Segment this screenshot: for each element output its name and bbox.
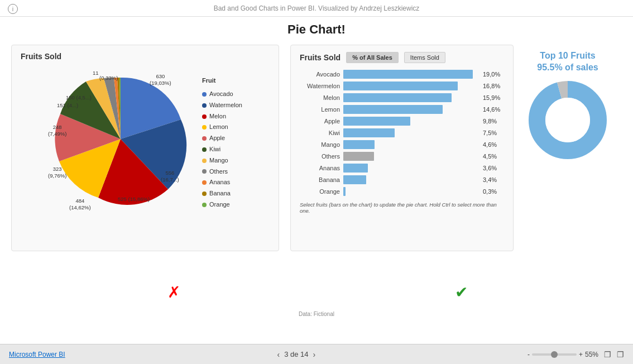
bar-fill-lemon — [343, 105, 443, 114]
bar-row-avocado[interactable]: Avocado 19,0% — [300, 70, 504, 79]
pie-chart-section: Fruits Sold — [11, 45, 279, 251]
legend-others: Others — [202, 166, 242, 178]
pie-legend: Fruit Avocado Watermelon Melon Lemon App… — [202, 75, 242, 210]
donut-hole — [545, 98, 590, 142]
bar-list: Avocado 19,0% Watermelon 16,8% Melon 15,… — [300, 70, 504, 196]
data-label: Data: Fictional — [299, 311, 334, 317]
legend-mango: Mango — [202, 155, 242, 166]
legend-dot-others — [202, 169, 207, 174]
bar-row-orange[interactable]: Orange 0,3% — [300, 187, 504, 196]
bar-chart-section: Fruits Sold % of All Sales Items Sold Av… — [290, 45, 514, 251]
legend-dot-ananas — [202, 180, 207, 185]
nav-prev-button[interactable]: ‹ — [277, 350, 280, 359]
zoom-slider[interactable] — [532, 353, 577, 356]
tab-items-sold[interactable]: Items Sold — [404, 52, 445, 63]
bar-fill-banana — [343, 175, 366, 184]
legend-dot-watermelon — [202, 103, 207, 108]
pie-chart-svg — [48, 66, 193, 212]
top10-title: Top 10 Fruits95.5% of sales — [537, 50, 598, 74]
legend-melon: Melon — [202, 111, 242, 122]
legend-dot-mango — [202, 159, 207, 163]
bar-chart-title: Fruits Sold — [300, 53, 341, 62]
bar-hint: Select fruits (bars on the chart) to upd… — [300, 202, 504, 214]
legend-ananas: Ananas — [202, 177, 242, 188]
nav-controls: ‹ 3 de 14 › — [277, 350, 315, 359]
bar-fill-avocado — [343, 70, 473, 79]
nav-next-button[interactable]: › — [313, 350, 316, 359]
pie-container: 630(19,03%) 556(16,7...) 525 (15,86%) 48… — [21, 66, 270, 214]
bar-row-kiwi[interactable]: Kiwi 7,5% — [300, 128, 504, 137]
bar-header: Fruits Sold % of All Sales Items Sold — [300, 52, 504, 63]
check-mark: ✔ — [455, 283, 468, 301]
wrong-mark: ✗ — [167, 283, 180, 301]
bar-row-melon[interactable]: Melon 15,9% — [300, 93, 504, 102]
legend-dot-lemon — [202, 125, 207, 130]
page-title: Pie Chart! — [11, 22, 622, 37]
legend-dot-melon — [202, 114, 207, 119]
legend-banana: Banana — [202, 188, 242, 199]
bar-row-watermelon[interactable]: Watermelon 16,8% — [300, 82, 504, 90]
legend-lemon: Lemon — [202, 122, 242, 133]
legend-avocado: Avocado — [202, 89, 242, 100]
bar-row-banana[interactable]: Banana 3,4% — [300, 175, 504, 184]
bar-row-others[interactable]: Others 4,5% — [300, 152, 504, 161]
bar-fill-watermelon — [343, 82, 458, 90]
legend-dot-banana — [202, 191, 207, 196]
status-bar: Microsoft Power BI ‹ 3 de 14 › - + 55% ❐… — [0, 344, 633, 364]
expand-icon[interactable]: ❐ — [604, 350, 611, 359]
legend-title: Fruit — [202, 75, 242, 87]
info-icon[interactable]: i — [8, 4, 18, 14]
bar-fill-kiwi — [343, 128, 395, 137]
bar-fill-apple — [343, 117, 410, 126]
bar-fill-melon — [343, 93, 452, 102]
subtitle: Bad and Good Charts in Power BI. Visuali… — [214, 4, 420, 12]
pie-chart-title: Fruits Sold — [21, 52, 270, 61]
fullscreen-icon[interactable]: ❐ — [617, 350, 624, 359]
bar-row-ananas[interactable]: Ananas 3,6% — [300, 164, 504, 173]
zoom-minus[interactable]: - — [528, 351, 530, 358]
tab-pct-all-sales[interactable]: % of All Sales — [346, 52, 399, 63]
bar-fill-ananas — [343, 164, 368, 173]
legend-dot-orange — [202, 203, 207, 207]
top10-section: Top 10 Fruits95.5% of sales — [520, 45, 615, 167]
charts-row: Fruits Sold — [11, 45, 622, 251]
bar-row-lemon[interactable]: Lemon 14,6% — [300, 105, 504, 114]
status-right: - + 55% ❐ ❐ — [528, 350, 624, 359]
legend-apple: Apple — [202, 133, 242, 144]
zoom-level: 55% — [585, 351, 598, 358]
legend-watermelon: Watermelon — [202, 100, 242, 111]
legend-dot-kiwi — [202, 147, 207, 152]
bar-fill-others — [343, 152, 374, 161]
bar-row-mango[interactable]: Mango 4,6% — [300, 140, 504, 149]
zoom-controls: - + 55% — [528, 351, 598, 358]
zoom-plus[interactable]: + — [579, 351, 583, 358]
bar-fill-mango — [343, 140, 375, 149]
legend-dot-apple — [202, 136, 207, 141]
pie-svg-wrap: 630(19,03%) 556(16,7...) 525 (15,86%) 48… — [48, 66, 193, 214]
bar-fill-orange — [343, 187, 346, 196]
powerbi-link[interactable]: Microsoft Power BI — [9, 351, 65, 358]
legend-dot-avocado — [202, 92, 207, 97]
page-indicator: 3 de 14 — [284, 350, 308, 358]
legend-orange: Orange — [202, 199, 242, 210]
top-bar: i Bad and Good Charts in Power BI. Visua… — [0, 0, 633, 17]
legend-kiwi: Kiwi — [202, 144, 242, 155]
right-panel: Fruits Sold % of All Sales Items Sold Av… — [290, 45, 615, 251]
main-content: Pie Chart! Fruits Sold — [0, 17, 633, 346]
top10-donut-svg — [526, 78, 610, 162]
bar-row-apple[interactable]: Apple 9,8% — [300, 117, 504, 126]
